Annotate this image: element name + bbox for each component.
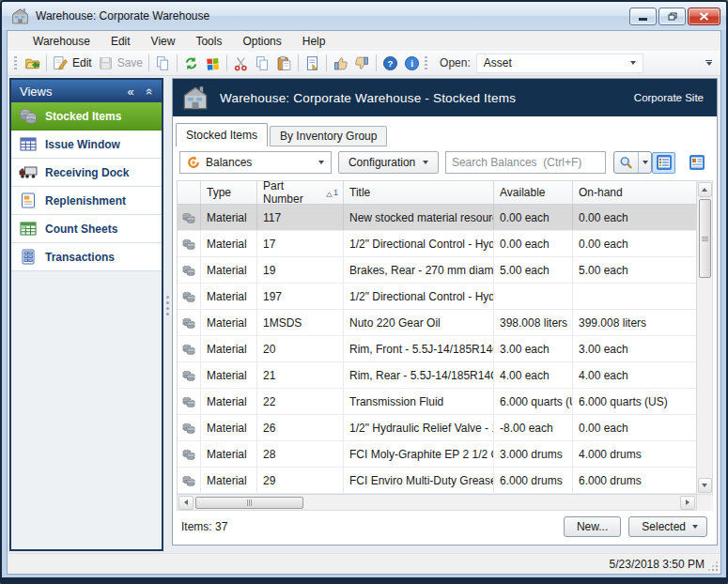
approve-button[interactable] [330, 53, 351, 73]
close-button[interactable] [688, 8, 720, 25]
collapse-left-icon[interactable]: « [128, 85, 134, 98]
configuration-button[interactable]: Configuration [338, 151, 439, 174]
refresh-button[interactable] [180, 53, 202, 73]
col-on-hand-header[interactable]: On-hand [573, 181, 696, 204]
sidebar-splitter[interactable] [163, 78, 172, 551]
cell-on-hand: 4.00 each [573, 362, 696, 388]
search-options-button[interactable] [638, 152, 651, 173]
tab-stocked-items[interactable]: Stocked Items [176, 123, 268, 146]
table-row[interactable]: Material 197 1/2" Directional Control - … [178, 284, 696, 310]
col-icon-header[interactable] [178, 181, 201, 204]
col-title-header[interactable]: Title [344, 181, 494, 204]
table-row[interactable]: Material 117 New stocked material resour… [178, 205, 696, 231]
table-row[interactable]: Material 19 Brakes, Rear - 270 mm diamet… [178, 257, 696, 284]
windows-button[interactable] [202, 53, 224, 73]
scroll-left-button[interactable] [178, 496, 194, 510]
cut-button[interactable] [230, 53, 252, 73]
new-button-label: New... [577, 520, 608, 533]
minimize-button[interactable] [629, 8, 657, 25]
material-drums-icon [178, 389, 201, 414]
edit-label: Edit [72, 56, 92, 69]
col-part-number-header[interactable]: Part Number 1 [257, 181, 344, 204]
table-row[interactable]: Material 26 1/2" Hydraulic Relief Valve … [178, 415, 696, 441]
search-input[interactable] [445, 151, 606, 174]
folder-open-button[interactable] [22, 53, 43, 73]
sidebar-item-receiving-dock[interactable]: Receiving Dock [11, 159, 162, 187]
scroll-up-button[interactable] [698, 182, 712, 197]
resize-grip[interactable] [716, 569, 718, 571]
table-row[interactable]: Material 1MSDS Nuto 220 Gear Oil 398.008… [178, 310, 696, 336]
refresh-icon [183, 55, 199, 71]
horizontal-scroll-thumb[interactable] [195, 497, 303, 509]
table-row[interactable]: Material 17 1/2" Directional Control - H… [178, 231, 696, 257]
open-combobox[interactable]: Asset [476, 54, 643, 73]
menu-item-view[interactable]: View [141, 33, 186, 50]
material-drums-icon [178, 415, 201, 440]
sidebar-item-stocked-items[interactable]: Stocked Items [11, 102, 162, 131]
menu-item-options[interactable]: Options [232, 33, 291, 50]
col-available-header[interactable]: Available [494, 181, 573, 204]
cell-on-hand [573, 284, 696, 309]
sidebar-item-count-sheets[interactable]: Count Sheets [11, 215, 162, 243]
cell-title: FCI Moly-Graphite EP 2 1/2 Grease [344, 441, 494, 467]
content-header: Warehouse: Corporate Warehouse - Stocked… [173, 79, 717, 116]
info-button[interactable]: i [401, 53, 423, 73]
app-body: Warehouse Edit View Tools Options Help E… [7, 30, 721, 575]
info-icon: i [404, 55, 420, 71]
material-drums-icon [178, 284, 201, 309]
menu-item-edit[interactable]: Edit [101, 33, 141, 50]
search-button[interactable] [614, 152, 638, 173]
chevron-down-icon [643, 161, 648, 164]
svg-text:i: i [410, 58, 413, 69]
duplicate-button[interactable] [152, 53, 174, 73]
menu-item-help[interactable]: Help [292, 33, 336, 50]
tab-label: Stocked Items [186, 129, 257, 142]
toolbar-overflow-button[interactable] [705, 60, 712, 66]
toolbar-grip[interactable] [14, 56, 17, 70]
help-button[interactable]: ? [379, 53, 401, 73]
scroll-corner [697, 495, 713, 511]
toolbar-grip[interactable] [425, 56, 427, 70]
table-row[interactable]: Material 21 Rim, Rear - 5.5J-14/185R14C-… [178, 362, 696, 389]
table-row[interactable]: Material 22 Transmission Fluid 6.000 qua… [178, 389, 696, 415]
selected-button[interactable]: Selected [628, 516, 707, 537]
scroll-right-button[interactable] [680, 496, 695, 510]
magnifier-icon [619, 156, 633, 170]
vertical-scrollbar[interactable] [697, 180, 713, 495]
save-button[interactable]: Save [95, 53, 146, 73]
tab-by-inventory-group[interactable]: By Inventory Group [270, 126, 387, 146]
reject-button[interactable] [351, 53, 373, 73]
filter-toolbar: Balances Configuration [173, 146, 717, 178]
new-button[interactable]: New... [564, 516, 621, 537]
menu-item-warehouse[interactable]: Warehouse [23, 33, 101, 50]
sidebar-item-replenishment[interactable]: Replenishment [11, 187, 162, 215]
balances-select[interactable]: Balances [179, 151, 332, 174]
triangle-left-icon [184, 499, 188, 505]
horizontal-scrollbar[interactable] [177, 495, 697, 511]
sidebar-item-transactions[interactable]: Transactions [11, 243, 162, 271]
cell-part-number: 17 [257, 231, 344, 256]
vertical-scroll-thumb[interactable] [699, 199, 711, 278]
collapse-up-icon[interactable]: « [144, 87, 156, 94]
cell-type: Material [201, 310, 257, 335]
table-row[interactable]: Material 20 Rim, Front - 5.5J-14/185R14C… [178, 336, 696, 362]
restore-button[interactable] [658, 8, 686, 25]
material-drums-icon [178, 257, 201, 283]
sidebar-item-issue-window[interactable]: Issue Window [11, 131, 162, 159]
edit-button[interactable]: Edit [50, 53, 95, 73]
drums-icon [19, 108, 38, 124]
cell-title: 1/2" Directional Control - Hydrauli... [344, 284, 494, 309]
menu-item-tools[interactable]: Tools [185, 33, 232, 50]
cell-type: Material [201, 257, 257, 283]
paste-button[interactable] [273, 53, 295, 73]
copy-button[interactable] [252, 53, 273, 73]
report-button[interactable] [302, 53, 323, 73]
list-view-button[interactable] [652, 152, 675, 174]
detail-view-button[interactable] [685, 152, 708, 174]
scroll-down-button[interactable] [698, 478, 712, 493]
status-bar: 5/23/2018 3:50 PM [8, 553, 720, 574]
col-type-header[interactable]: Type [201, 181, 257, 204]
table-row[interactable]: Material 29 FCI Enviro Multi-Duty Grease… [178, 468, 696, 494]
folder-open-icon [24, 55, 40, 71]
table-row[interactable]: Material 28 FCI Moly-Graphite EP 2 1/2 G… [178, 441, 696, 468]
